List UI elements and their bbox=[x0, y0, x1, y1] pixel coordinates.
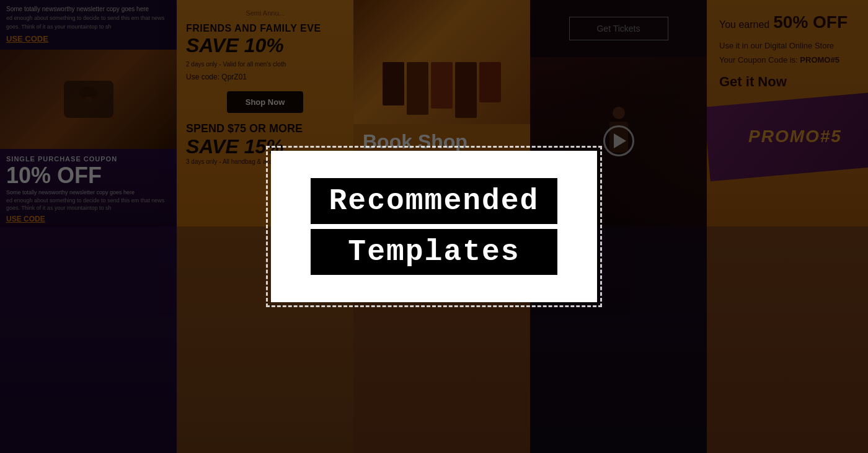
modal-subtitle: Templates bbox=[311, 229, 558, 275]
modal-title: Recommended bbox=[311, 178, 558, 224]
recommended-templates-modal: Recommended Templates bbox=[271, 151, 598, 302]
modal-overlay: Recommended Templates bbox=[0, 0, 868, 453]
